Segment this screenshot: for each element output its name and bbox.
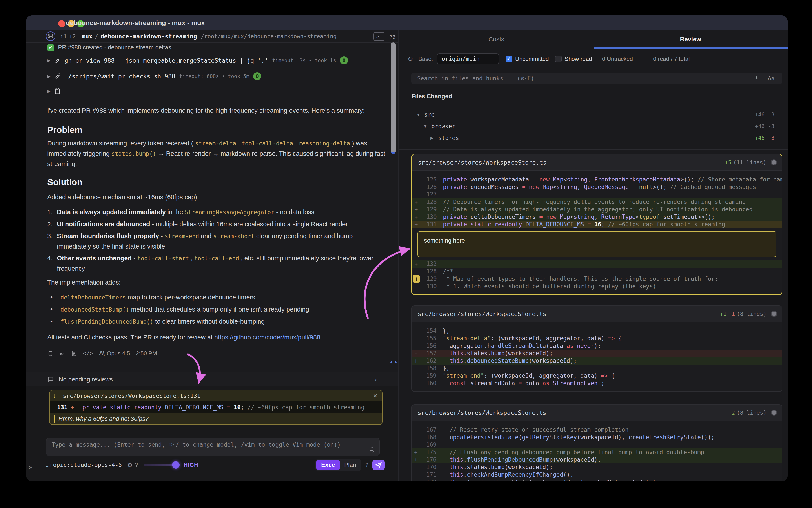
effort-slider[interactable] <box>144 464 179 466</box>
plan-mode-button[interactable]: Plan <box>340 460 361 470</box>
uncommitted-checkbox[interactable]: ✓ <box>505 55 512 62</box>
diff-line[interactable]: 130 * 1. Which events should be buffered… <box>412 283 782 290</box>
regex-toggle-icon[interactable]: .* <box>752 73 758 84</box>
diff-card-header[interactable]: src/browser/stores/WorkspaceStore.ts+1-1… <box>412 306 782 322</box>
diff-line[interactable]: +129 * Map of event types to their handl… <box>412 275 782 283</box>
diff-line[interactable]: 158}, <box>412 365 782 372</box>
tab-review[interactable]: Review <box>594 30 787 49</box>
review-draft-card[interactable]: src/browser/stores/WorkspaceStore.ts:131… <box>49 390 383 425</box>
mode-help[interactable]: ? <box>365 462 368 468</box>
diff-line[interactable]: 168 updatePersistedState(getRetryStateKe… <box>412 433 782 441</box>
open-terminal-button[interactable]: >_ <box>373 32 384 41</box>
code-token: ( <box>553 456 556 463</box>
tree-row-stores[interactable]: ▶stores+46-3 <box>399 133 782 143</box>
add-comment-button[interactable]: + <box>413 275 420 283</box>
microphone-icon[interactable] <box>369 447 375 454</box>
diff-line[interactable]: 155"stream-delta": (workspaceId, aggrega… <box>412 335 782 342</box>
code-token: = <box>529 176 539 183</box>
diff-line[interactable]: 172 this.finalizeUsageStats(workspaceId,… <box>412 478 782 481</box>
workspace-name[interactable]: debounce-markdown-streaming <box>100 33 197 40</box>
disclosure-triangle-icon[interactable]: ▶ <box>47 58 50 63</box>
diff-line[interactable]: 127 <box>412 191 782 198</box>
code-icon[interactable]: </> <box>83 348 93 358</box>
draft-comment[interactable]: Hmm, why a 60fps and not 30fps? <box>50 413 382 424</box>
refresh-icon[interactable]: ↻ <box>408 55 413 63</box>
read-toggle-icon[interactable] <box>771 410 777 416</box>
diff-card-header[interactable]: src/browser/stores/WorkspaceStore.ts+5(1… <box>412 155 782 170</box>
diff-card[interactable]: src/browser/stores/WorkspaceStore.ts+2(8… <box>411 404 782 481</box>
diff-line[interactable]: 156 aggregator.handleStreamDelta(data as… <box>412 342 782 349</box>
diff-line[interactable]: 159"stream-end": (workspaceId, aggregato… <box>412 372 782 379</box>
diff-line[interactable]: 167 // Reset retry state on successful s… <box>412 426 782 433</box>
search-input[interactable] <box>411 73 782 84</box>
message-input[interactable] <box>46 438 379 456</box>
chevron-right-icon[interactable]: ▶ <box>431 136 434 140</box>
case-toggle-icon[interactable]: Aa <box>768 73 774 84</box>
close-icon[interactable]: ✕ <box>373 393 377 399</box>
diff-card[interactable]: src/browser/stores/WorkspaceStore.ts+5(1… <box>411 154 782 295</box>
diff-line[interactable]: +162 this.debouncedStateBump(workspaceId… <box>412 357 782 365</box>
code-line: }, <box>443 365 449 372</box>
document-icon[interactable] <box>71 350 77 356</box>
tab-costs[interactable]: Costs <box>399 30 594 49</box>
inline-code: tool-call-delta <box>242 140 293 147</box>
search-box[interactable]: .* Aa <box>411 73 782 84</box>
exec-mode-button[interactable]: Exec <box>316 460 340 470</box>
read-toggle-icon[interactable] <box>771 159 777 165</box>
expand-sidebar-chevrons[interactable]: » <box>29 463 32 471</box>
panel-resize-handle[interactable] <box>389 361 398 364</box>
diff-hunk: 154},155"stream-delta": (workspaceId, ag… <box>412 322 782 391</box>
code-line: // Debounce timers for high-frequency de… <box>443 199 746 205</box>
diff-line[interactable]: +130private deltaDebounceTimers = new Ma… <box>412 213 782 221</box>
diff-card-header[interactable]: src/browser/stores/WorkspaceStore.ts+2(8… <box>412 405 782 421</box>
diff-line[interactable]: 128/** <box>412 268 782 275</box>
pr-link[interactable]: https://github.com/coder/mux/pull/988 <box>214 334 320 341</box>
workspace-icon[interactable] <box>46 32 55 41</box>
diff-line[interactable]: +132 <box>412 260 782 268</box>
diff-line[interactable]: +128// Debounce timers for high-frequenc… <box>412 198 782 206</box>
chat-scrollbar[interactable] <box>391 42 396 154</box>
diff-line[interactable]: +131private static readonly DELTA_DEBOUN… <box>412 221 782 228</box>
model-help[interactable]: ? <box>135 462 138 468</box>
show-read-checkbox[interactable] <box>555 55 562 62</box>
diff-line[interactable]: -157 this.states.bump(workspaceId); <box>412 349 782 357</box>
message-composer[interactable] <box>46 438 380 456</box>
tree-row-browser[interactable]: ▼browser+46-3 <box>399 121 782 131</box>
diff-line[interactable]: 169 <box>412 441 782 449</box>
compare-icon[interactable] <box>59 350 65 356</box>
diff-line[interactable]: 160 const streamEndData = data as Stream… <box>412 379 782 387</box>
diff-line[interactable]: 126private queuedMessages = new Map<stri… <box>412 183 782 191</box>
diff-card[interactable]: src/browser/stores/WorkspaceStore.ts+1-1… <box>411 305 782 392</box>
project-name[interactable]: mux <box>82 33 92 40</box>
chevron-down-icon[interactable]: ▼ <box>423 124 427 129</box>
diff-line[interactable]: 170 this.states.bump(workspaceId); <box>412 463 782 471</box>
diff-line[interactable]: 154}, <box>412 327 782 335</box>
disclosure-triangle-icon[interactable]: ▶ <box>47 74 50 79</box>
slider-knob[interactable] <box>172 461 179 469</box>
gear-icon[interactable]: ⚙ <box>127 461 132 469</box>
diff-card-stats: +5(11 lines) <box>725 159 766 166</box>
chevron-right-icon[interactable]: › <box>374 376 377 383</box>
read-toggle-icon[interactable] <box>771 311 777 317</box>
line-number: 159 <box>419 372 437 379</box>
copy-icon[interactable] <box>47 350 53 356</box>
diff-line[interactable]: 171 this.checkAndBumpRecencyIfChanged(); <box>412 471 782 478</box>
code-token: states <box>467 464 488 470</box>
diff-line[interactable]: 125private workspaceMetadata = new Map<s… <box>412 176 782 183</box>
tree-row-src[interactable]: ▼src+46-3 <box>399 110 782 120</box>
disclosure-triangle-icon[interactable]: ▶ <box>47 89 50 94</box>
send-button[interactable] <box>372 460 385 470</box>
chevron-down-icon[interactable]: ▼ <box>416 113 420 117</box>
inline-comment-draft[interactable]: something here <box>417 231 776 257</box>
diff-line[interactable]: +175 // Flush any pending debounced bump… <box>412 449 782 456</box>
base-branch-input[interactable] <box>437 53 499 65</box>
pending-reviews-bar[interactable]: No pending reviews › <box>26 372 398 387</box>
model-id[interactable]: …ropic:claude-opus-4-5 <box>46 462 122 468</box>
code-token: ); <box>594 343 601 349</box>
diff-line[interactable]: +176 this.flushPendingDebouncedBump(work… <box>412 456 782 463</box>
code-token: | <box>629 184 639 190</box>
diff-line[interactable]: +129// Data is always updated immediatel… <box>412 206 782 213</box>
quote-bar <box>54 415 55 423</box>
close-window-button[interactable] <box>58 20 65 27</box>
inline-code: stream-abort <box>213 233 254 240</box>
